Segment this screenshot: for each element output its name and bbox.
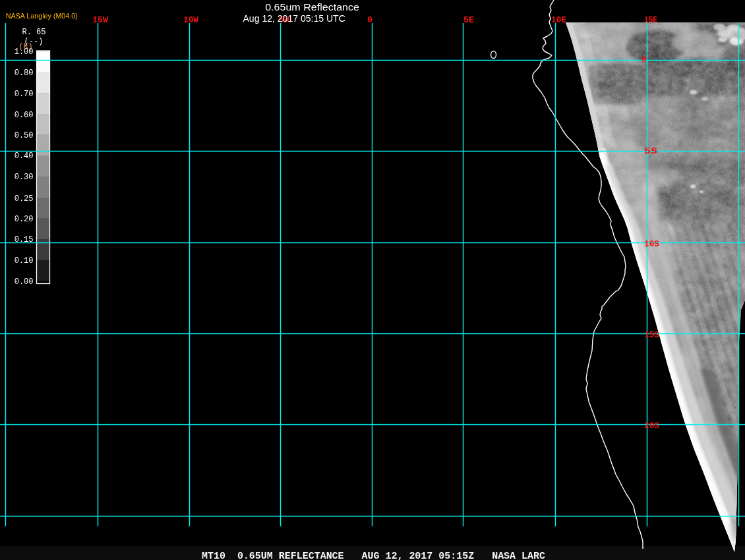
svg-text:5S: 5S [644,146,657,156]
svg-text:0.40: 0.40 [15,152,34,161]
svg-text:0.25: 0.25 [15,194,34,204]
svg-text:15E: 15E [644,15,657,25]
svg-text:10W: 10W [183,15,198,25]
svg-text:(K): (K) [18,42,33,51]
svg-text:15W: 15W [92,15,108,25]
svg-text:0.70: 0.70 [15,90,34,99]
svg-text:0: 0 [367,15,372,25]
svg-text:R. 65: R. 65 [22,28,45,37]
svg-text:0.10: 0.10 [15,256,34,266]
svg-text:10E: 10E [551,15,566,25]
svg-text:0: 0 [641,55,647,65]
svg-text:0.15: 0.15 [15,235,34,244]
svg-text:0.20: 0.20 [15,215,34,224]
svg-text:Aug 12, 2017 05:15 UTC: Aug 12, 2017 05:15 UTC [243,13,345,24]
svg-text:5E: 5E [463,15,474,25]
svg-text:0.65um Reflectance: 0.65um Reflectance [265,2,359,13]
svg-text:0.30: 0.30 [15,173,34,182]
svg-text:20S: 20S [644,421,659,431]
svg-text:0.50: 0.50 [15,131,34,140]
svg-text:15S: 15S [644,330,659,340]
svg-text:NASA Langley (M04.0): NASA Langley (M04.0) [6,12,78,20]
svg-text:0.00: 0.00 [15,277,34,287]
svg-text:MT10 0.65UM REFLECTANCE AUG: MT10 0.65UM REFLECTANCE AUG 12, 2017 05:… [202,551,545,560]
svg-text:0.80: 0.80 [15,69,34,78]
svg-text:10S: 10S [644,239,659,249]
svg-text:0.60: 0.60 [15,111,34,120]
